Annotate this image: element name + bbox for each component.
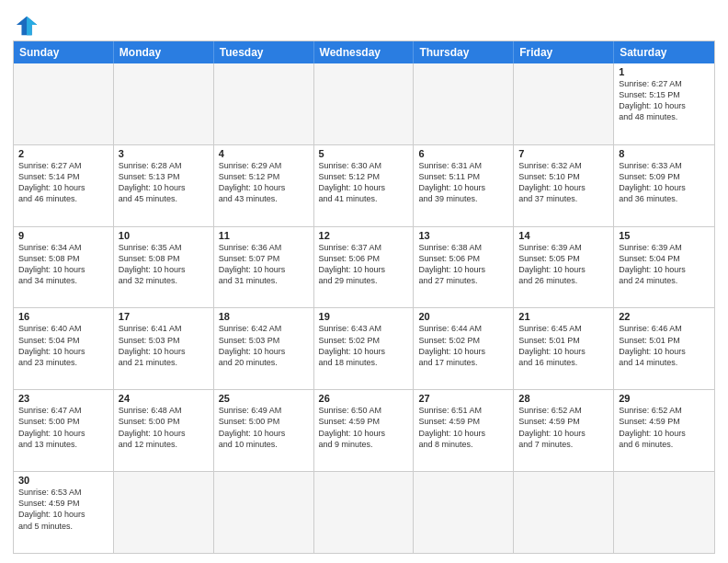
cal-cell-day-29: 29Sunrise: 6:52 AM Sunset: 4:59 PM Dayli… <box>614 390 714 471</box>
cell-sun-info: Sunrise: 6:49 AM Sunset: 5:00 PM Dayligh… <box>219 405 309 450</box>
cal-cell-day-26: 26Sunrise: 6:50 AM Sunset: 4:59 PM Dayli… <box>314 390 415 471</box>
day-number: 4 <box>219 148 309 159</box>
cell-sun-info: Sunrise: 6:44 AM Sunset: 5:02 PM Dayligh… <box>418 323 508 368</box>
cal-cell-day-21: 21Sunrise: 6:45 AM Sunset: 5:01 PM Dayli… <box>514 308 614 389</box>
cal-cell-empty <box>414 63 514 144</box>
cal-cell-day-10: 10Sunrise: 6:35 AM Sunset: 5:08 PM Dayli… <box>114 227 214 308</box>
cal-cell-day-27: 27Sunrise: 6:51 AM Sunset: 4:59 PM Dayli… <box>414 390 514 471</box>
cal-cell-day-18: 18Sunrise: 6:42 AM Sunset: 5:03 PM Dayli… <box>214 308 314 389</box>
day-number: 19 <box>319 311 409 322</box>
cell-sun-info: Sunrise: 6:35 AM Sunset: 5:08 PM Dayligh… <box>119 242 209 287</box>
cell-sun-info: Sunrise: 6:53 AM Sunset: 4:59 PM Dayligh… <box>18 487 108 532</box>
day-number: 13 <box>418 230 508 241</box>
logo-icon <box>15 13 40 39</box>
col-header-wednesday: Wednesday <box>314 41 415 63</box>
day-number: 9 <box>18 230 108 241</box>
col-header-saturday: Saturday <box>614 41 714 63</box>
cell-sun-info: Sunrise: 6:52 AM Sunset: 4:59 PM Dayligh… <box>619 405 710 450</box>
cal-row-0: 1Sunrise: 6:27 AM Sunset: 5:15 PM Daylig… <box>14 63 714 144</box>
day-number: 21 <box>518 311 609 322</box>
cell-sun-info: Sunrise: 6:31 AM Sunset: 5:11 PM Dayligh… <box>418 160 508 205</box>
day-number: 24 <box>119 393 209 404</box>
cal-cell-day-24: 24Sunrise: 6:48 AM Sunset: 5:00 PM Dayli… <box>114 390 214 471</box>
day-number: 23 <box>18 393 108 404</box>
cal-cell-empty <box>314 472 415 553</box>
cal-cell-day-5: 5Sunrise: 6:30 AM Sunset: 5:12 PM Daylig… <box>314 145 415 226</box>
cell-sun-info: Sunrise: 6:43 AM Sunset: 5:02 PM Dayligh… <box>319 323 409 368</box>
day-number: 5 <box>319 148 409 159</box>
cal-cell-day-15: 15Sunrise: 6:39 AM Sunset: 5:04 PM Dayli… <box>614 227 714 308</box>
col-header-thursday: Thursday <box>414 41 514 63</box>
svg-marker-0 <box>17 17 37 36</box>
cal-cell-day-7: 7Sunrise: 6:32 AM Sunset: 5:10 PM Daylig… <box>514 145 614 226</box>
day-number: 2 <box>18 148 108 159</box>
calendar-header-row: SundayMondayTuesdayWednesdayThursdayFrid… <box>14 41 714 63</box>
cell-sun-info: Sunrise: 6:45 AM Sunset: 5:01 PM Dayligh… <box>518 323 609 368</box>
cell-sun-info: Sunrise: 6:51 AM Sunset: 4:59 PM Dayligh… <box>418 405 508 450</box>
cal-row-3: 16Sunrise: 6:40 AM Sunset: 5:04 PM Dayli… <box>14 307 714 389</box>
day-number: 17 <box>119 311 209 322</box>
calendar: SundayMondayTuesdayWednesdayThursdayFrid… <box>13 40 715 554</box>
cal-cell-empty <box>14 63 114 144</box>
cal-cell-day-28: 28Sunrise: 6:52 AM Sunset: 4:59 PM Dayli… <box>514 390 614 471</box>
cal-cell-day-2: 2Sunrise: 6:27 AM Sunset: 5:14 PM Daylig… <box>14 145 114 226</box>
day-number: 20 <box>418 311 508 322</box>
day-number: 14 <box>518 230 609 241</box>
cell-sun-info: Sunrise: 6:27 AM Sunset: 5:15 PM Dayligh… <box>619 78 710 123</box>
calendar-body: 1Sunrise: 6:27 AM Sunset: 5:15 PM Daylig… <box>14 63 714 553</box>
page: SundayMondayTuesdayWednesdayThursdayFrid… <box>0 0 728 563</box>
cell-sun-info: Sunrise: 6:28 AM Sunset: 5:13 PM Dayligh… <box>119 160 209 205</box>
cal-row-2: 9Sunrise: 6:34 AM Sunset: 5:08 PM Daylig… <box>14 226 714 308</box>
day-number: 22 <box>619 311 710 322</box>
cal-cell-day-4: 4Sunrise: 6:29 AM Sunset: 5:12 PM Daylig… <box>214 145 314 226</box>
day-number: 25 <box>219 393 309 404</box>
day-number: 3 <box>119 148 209 159</box>
col-header-friday: Friday <box>514 41 614 63</box>
cal-cell-empty <box>514 63 614 144</box>
day-number: 28 <box>518 393 609 404</box>
cell-sun-info: Sunrise: 6:33 AM Sunset: 5:09 PM Dayligh… <box>619 160 710 205</box>
logo <box>13 13 40 35</box>
cal-row-4: 23Sunrise: 6:47 AM Sunset: 5:00 PM Dayli… <box>14 389 714 471</box>
day-number: 29 <box>619 393 710 404</box>
cell-sun-info: Sunrise: 6:29 AM Sunset: 5:12 PM Dayligh… <box>219 160 309 205</box>
cal-cell-day-11: 11Sunrise: 6:36 AM Sunset: 5:07 PM Dayli… <box>214 227 314 308</box>
cell-sun-info: Sunrise: 6:38 AM Sunset: 5:06 PM Dayligh… <box>418 242 508 287</box>
cal-cell-empty <box>114 63 214 144</box>
day-number: 6 <box>418 148 508 159</box>
cell-sun-info: Sunrise: 6:27 AM Sunset: 5:14 PM Dayligh… <box>18 160 108 205</box>
cell-sun-info: Sunrise: 6:42 AM Sunset: 5:03 PM Dayligh… <box>219 323 309 368</box>
cell-sun-info: Sunrise: 6:52 AM Sunset: 4:59 PM Dayligh… <box>518 405 609 450</box>
col-header-tuesday: Tuesday <box>214 41 314 63</box>
cal-cell-day-20: 20Sunrise: 6:44 AM Sunset: 5:02 PM Dayli… <box>414 308 514 389</box>
cal-cell-day-14: 14Sunrise: 6:39 AM Sunset: 5:05 PM Dayli… <box>514 227 614 308</box>
cal-cell-day-13: 13Sunrise: 6:38 AM Sunset: 5:06 PM Dayli… <box>414 227 514 308</box>
day-number: 10 <box>119 230 209 241</box>
cal-row-1: 2Sunrise: 6:27 AM Sunset: 5:14 PM Daylig… <box>14 144 714 226</box>
cell-sun-info: Sunrise: 6:41 AM Sunset: 5:03 PM Dayligh… <box>119 323 209 368</box>
cell-sun-info: Sunrise: 6:48 AM Sunset: 5:00 PM Dayligh… <box>119 405 209 450</box>
cal-cell-day-16: 16Sunrise: 6:40 AM Sunset: 5:04 PM Dayli… <box>14 308 114 389</box>
day-number: 16 <box>18 311 108 322</box>
day-number: 12 <box>319 230 409 241</box>
cal-cell-day-23: 23Sunrise: 6:47 AM Sunset: 5:00 PM Dayli… <box>14 390 114 471</box>
cal-row-5: 30Sunrise: 6:53 AM Sunset: 4:59 PM Dayli… <box>14 471 714 553</box>
cal-cell-day-19: 19Sunrise: 6:43 AM Sunset: 5:02 PM Dayli… <box>314 308 415 389</box>
cal-cell-empty <box>414 472 514 553</box>
cell-sun-info: Sunrise: 6:47 AM Sunset: 5:00 PM Dayligh… <box>18 405 108 450</box>
cell-sun-info: Sunrise: 6:40 AM Sunset: 5:04 PM Dayligh… <box>18 323 108 368</box>
col-header-sunday: Sunday <box>14 41 114 63</box>
day-number: 15 <box>619 230 710 241</box>
cal-cell-empty <box>214 63 314 144</box>
day-number: 30 <box>18 475 108 486</box>
day-number: 7 <box>518 148 609 159</box>
cal-cell-day-12: 12Sunrise: 6:37 AM Sunset: 5:06 PM Dayli… <box>314 227 415 308</box>
day-number: 8 <box>619 148 710 159</box>
cell-sun-info: Sunrise: 6:50 AM Sunset: 4:59 PM Dayligh… <box>319 405 409 450</box>
cal-cell-empty <box>614 472 714 553</box>
day-number: 1 <box>619 66 710 77</box>
cal-cell-empty <box>314 63 415 144</box>
cal-cell-empty <box>214 472 314 553</box>
cell-sun-info: Sunrise: 6:36 AM Sunset: 5:07 PM Dayligh… <box>219 242 309 287</box>
cell-sun-info: Sunrise: 6:46 AM Sunset: 5:01 PM Dayligh… <box>619 323 710 368</box>
